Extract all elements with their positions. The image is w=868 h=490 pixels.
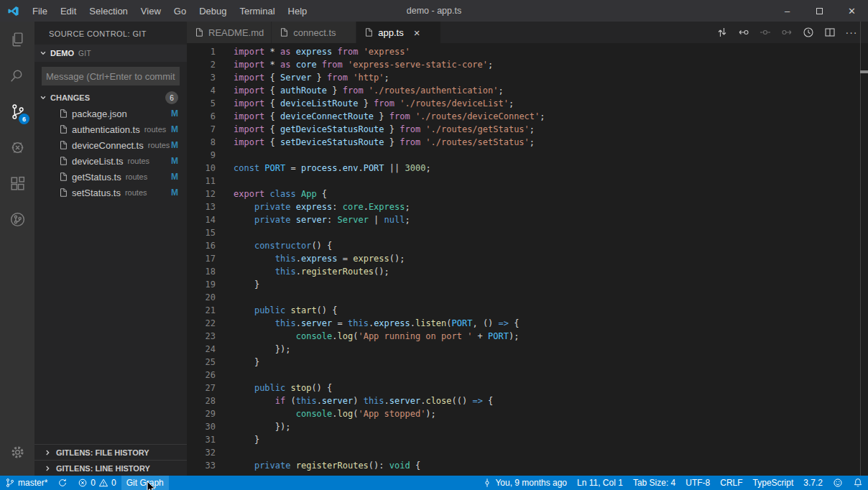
cursor-position[interactable]: Ln 11, Col 1 bbox=[572, 476, 628, 490]
code-line-29: 29 console.log('App stopped'); bbox=[187, 407, 868, 420]
file-folder: routes bbox=[148, 141, 170, 149]
sidebar-title: SOURCE CONTROL: GIT bbox=[34, 22, 187, 45]
line-text: public stop() { bbox=[234, 383, 332, 393]
menu-help[interactable]: Help bbox=[282, 0, 314, 22]
menu-view[interactable]: View bbox=[134, 0, 167, 22]
file-icon bbox=[58, 172, 68, 182]
extensions-icon[interactable] bbox=[0, 165, 34, 201]
change-row-setStatus.ts[interactable]: setStatus.tsroutesM bbox=[34, 185, 187, 200]
gitlens-file-history-panel[interactable]: GITLENS: FILE HISTORY bbox=[34, 444, 187, 460]
gitlens-line-history-panel[interactable]: GITLENS: LINE HISTORY bbox=[34, 460, 187, 476]
previous-change-icon[interactable] bbox=[754, 22, 776, 43]
source-control-icon[interactable]: 6 bbox=[0, 93, 34, 129]
tab-app.ts[interactable]: app.ts× bbox=[356, 22, 441, 43]
split-editor-icon[interactable] bbox=[819, 22, 841, 43]
explorer-icon[interactable] bbox=[0, 22, 34, 57]
line-number: 27 bbox=[187, 382, 216, 394]
close-window-button[interactable]: ✕ bbox=[836, 0, 868, 22]
commit-message-input[interactable] bbox=[42, 67, 180, 85]
warning-count: 0 bbox=[111, 478, 116, 488]
blame-annotation[interactable]: You, 9 months ago bbox=[477, 476, 572, 490]
line-number: 21 bbox=[187, 304, 216, 317]
problems-indicator[interactable]: 0 0 bbox=[73, 476, 121, 490]
search-icon[interactable] bbox=[0, 57, 34, 93]
debug-icon[interactable] bbox=[0, 129, 34, 165]
menu-file[interactable]: File bbox=[26, 0, 54, 22]
encoding-indicator[interactable]: UTF-8 bbox=[680, 476, 715, 490]
line-number: 4 bbox=[187, 84, 216, 97]
blame-text: You, 9 months ago bbox=[495, 478, 567, 488]
status-bar: master* 0 0 Git Graph You, 9 months ago … bbox=[0, 476, 868, 490]
menu-selection[interactable]: Selection bbox=[83, 0, 134, 22]
code-line-27: 27 public stop() { bbox=[187, 382, 868, 394]
line-number: 17 bbox=[187, 252, 216, 265]
settings-gear-icon[interactable] bbox=[0, 434, 34, 470]
change-row-deviceConnect.ts[interactable]: deviceConnect.tsroutesM bbox=[34, 137, 187, 153]
notifications-button[interactable] bbox=[848, 476, 868, 490]
line-text: import * as core from 'express-serve-sta… bbox=[234, 60, 493, 70]
minimize-button[interactable]: – bbox=[771, 0, 803, 22]
change-row-deviceList.ts[interactable]: deviceList.tsroutesM bbox=[34, 153, 187, 169]
git-graph-button[interactable]: Git Graph bbox=[121, 476, 169, 490]
line-text: }); bbox=[234, 422, 290, 432]
tab-README.md[interactable]: README.md bbox=[187, 22, 272, 43]
line-number: 29 bbox=[187, 407, 216, 420]
next-change-icon[interactable] bbox=[776, 22, 798, 43]
repo-section-header[interactable]: DEMO GIT bbox=[34, 45, 187, 62]
changes-section-header[interactable]: CHANGES 6 bbox=[34, 90, 187, 106]
branch-indicator[interactable]: master* bbox=[0, 476, 52, 490]
tab-size-indicator[interactable]: Tab Size: 4 bbox=[628, 476, 680, 490]
code-line-33: 33 private registerRoutes(): void { bbox=[187, 459, 868, 472]
editor-actions: ··· bbox=[711, 22, 868, 43]
file-name: authentication.ts bbox=[72, 124, 140, 135]
line-number: 2 bbox=[187, 58, 216, 71]
feedback-button[interactable] bbox=[828, 476, 848, 490]
close-tab-icon[interactable]: × bbox=[414, 27, 420, 38]
open-changes-icon[interactable] bbox=[711, 22, 733, 43]
changes-list: package.jsonMauthentication.tsroutesMdev… bbox=[34, 106, 187, 200]
line-text: if (this.server) this.server.close(() =>… bbox=[234, 396, 493, 406]
main-area: 6 SOURCE CONTROL: GIT DEMO GIT bbox=[0, 22, 868, 476]
git-status-modified: M bbox=[171, 108, 178, 119]
line-text: import { Server } from 'http'; bbox=[234, 73, 389, 83]
menu-go[interactable]: Go bbox=[167, 0, 193, 22]
chevron-right-icon bbox=[42, 463, 53, 474]
menu-terminal[interactable]: Terminal bbox=[233, 0, 281, 22]
sync-button[interactable] bbox=[52, 476, 73, 490]
line-number: 26 bbox=[187, 369, 216, 382]
code-line-11: 11 bbox=[187, 175, 868, 188]
eol-indicator[interactable]: CRLF bbox=[715, 476, 747, 490]
code-line-24: 24 }); bbox=[187, 343, 868, 356]
activity-bar: 6 bbox=[0, 22, 34, 476]
change-row-getStatus.ts[interactable]: getStatus.tsroutesM bbox=[34, 169, 187, 185]
line-number: 18 bbox=[187, 265, 216, 278]
menu-edit[interactable]: Edit bbox=[54, 0, 83, 22]
typescript-version[interactable]: 3.7.2 bbox=[798, 476, 828, 490]
line-number: 5 bbox=[187, 97, 216, 110]
line-number: 3 bbox=[187, 71, 216, 84]
previous-revision-icon[interactable] bbox=[733, 22, 754, 43]
code-line-31: 31 } bbox=[187, 433, 868, 446]
line-number: 25 bbox=[187, 356, 216, 369]
more-actions-icon[interactable]: ··· bbox=[841, 22, 862, 43]
line-number: 13 bbox=[187, 200, 216, 213]
git-status-modified: M bbox=[171, 140, 178, 150]
code-line-28: 28 if (this.server) this.server.close(()… bbox=[187, 394, 868, 407]
code-editor[interactable]: 1import * as express from 'express'2impo… bbox=[187, 43, 868, 476]
language-mode[interactable]: TypeScript bbox=[748, 476, 799, 490]
line-number: 22 bbox=[187, 317, 216, 330]
tab-connect.ts[interactable]: connect.ts bbox=[272, 22, 356, 43]
tab-label: README.md bbox=[208, 27, 264, 38]
gitlens-icon[interactable] bbox=[0, 201, 34, 237]
menu-debug[interactable]: Debug bbox=[193, 0, 233, 22]
maximize-button[interactable] bbox=[803, 0, 836, 22]
file-history-icon[interactable] bbox=[798, 22, 819, 43]
status-right: You, 9 months ago Ln 11, Col 1 Tab Size:… bbox=[477, 476, 868, 490]
cursor-position-label: Ln 11, Col 1 bbox=[577, 478, 623, 488]
change-row-package.json[interactable]: package.jsonM bbox=[34, 106, 187, 121]
editor-scrollbar[interactable] bbox=[860, 22, 868, 476]
code-line-23: 23 console.log('App running on port ' + … bbox=[187, 330, 868, 343]
code-line-5: 5import { deviceListRoute } from './rout… bbox=[187, 97, 868, 110]
branch-name: master* bbox=[18, 478, 47, 488]
change-row-authentication.ts[interactable]: authentication.tsroutesM bbox=[34, 121, 187, 137]
